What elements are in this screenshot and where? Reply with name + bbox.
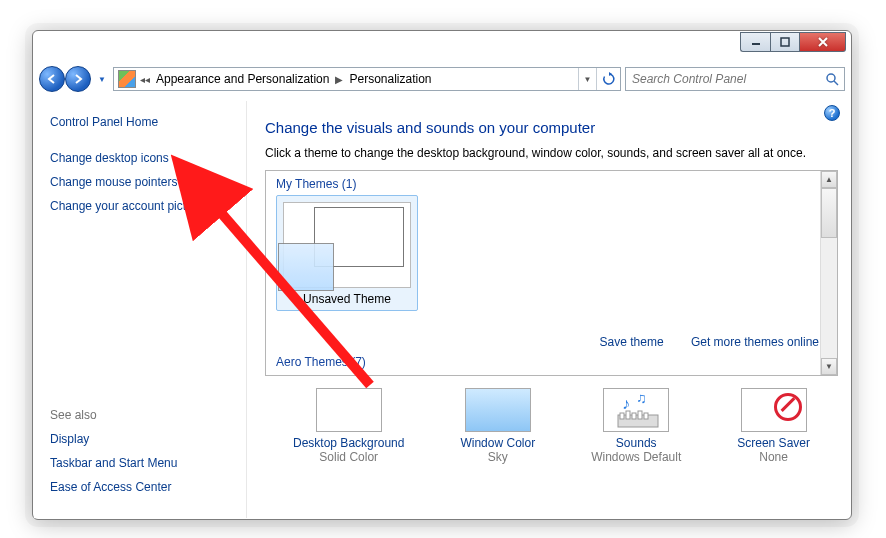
breadcrumb-personalization[interactable]: Personalization xyxy=(345,68,435,90)
sounds-label: Sounds xyxy=(591,436,681,450)
theme-thumbnail xyxy=(283,202,411,288)
theme-unsaved[interactable]: Unsaved Theme xyxy=(276,195,418,311)
help-icon[interactable]: ? xyxy=(824,105,840,121)
svg-rect-8 xyxy=(626,411,630,419)
navigation-bar: ▼ ◂◂ Appearance and Personalization ▶ Pe… xyxy=(39,65,845,93)
back-button[interactable] xyxy=(39,66,65,92)
maximize-button[interactable] xyxy=(770,32,800,52)
themes-scrollbar[interactable]: ▲ ▼ xyxy=(820,171,837,375)
page-heading: Change the visuals and sounds on your co… xyxy=(265,119,838,136)
desktop-background-icon xyxy=(316,388,382,432)
my-themes-label: My Themes (1) xyxy=(276,177,827,191)
breadcrumb-appearance[interactable]: Appearance and Personalization xyxy=(152,68,333,90)
scroll-down-button[interactable]: ▼ xyxy=(821,358,837,375)
sounds-item[interactable]: ♪♫ Sounds Windows Default xyxy=(591,388,681,464)
refresh-button[interactable] xyxy=(596,68,620,90)
breadcrumb-chevron-icon: ▶ xyxy=(333,74,345,85)
task-change-account-picture[interactable]: Change your account picture xyxy=(50,199,234,213)
minimize-button[interactable] xyxy=(740,32,770,52)
nav-history-dropdown[interactable]: ▼ xyxy=(95,68,109,90)
control-panel-icon xyxy=(118,70,136,88)
close-button[interactable] xyxy=(800,32,846,52)
scroll-track[interactable] xyxy=(821,238,837,358)
task-change-desktop-icons[interactable]: Change desktop icons xyxy=(50,151,234,165)
address-dropdown[interactable]: ▼ xyxy=(578,68,596,90)
svg-text:♪: ♪ xyxy=(622,395,630,412)
see-also-taskbar[interactable]: Taskbar and Start Menu xyxy=(50,456,177,470)
window-color-item[interactable]: Window Color Sky xyxy=(460,388,535,464)
search-box[interactable] xyxy=(625,67,845,91)
svg-text:♫: ♫ xyxy=(636,390,647,406)
scroll-up-button[interactable]: ▲ xyxy=(821,171,837,188)
address-bar[interactable]: ◂◂ Appearance and Personalization ▶ Pers… xyxy=(113,67,621,91)
screen-saver-label: Screen Saver xyxy=(737,436,810,450)
theme-name: Unsaved Theme xyxy=(283,292,411,306)
page-subtitle: Click a theme to change the desktop back… xyxy=(265,146,838,160)
forward-button[interactable] xyxy=(65,66,91,92)
screen-saver-icon xyxy=(741,388,807,432)
svg-rect-0 xyxy=(752,43,760,45)
svg-rect-7 xyxy=(620,413,624,419)
see-also-header: See also xyxy=(50,408,177,422)
svg-point-2 xyxy=(827,74,835,82)
scroll-thumb[interactable] xyxy=(821,188,837,238)
control-panel-home-link[interactable]: Control Panel Home xyxy=(50,115,234,129)
aero-themes-label: Aero Themes (7) xyxy=(276,355,366,369)
themes-list: My Themes (1) Unsaved Theme Save theme G… xyxy=(265,170,838,376)
window-controls xyxy=(740,32,846,52)
svg-rect-1 xyxy=(781,38,789,46)
svg-rect-9 xyxy=(632,413,636,419)
task-change-mouse-pointers[interactable]: Change mouse pointers xyxy=(50,175,234,189)
window-color-label: Window Color xyxy=(460,436,535,450)
see-also-ease-of-access[interactable]: Ease of Access Center xyxy=(50,480,177,494)
window-color-value: Sky xyxy=(460,450,535,464)
desktop-background-value: Solid Color xyxy=(293,450,404,464)
screen-saver-item[interactable]: Screen Saver None xyxy=(737,388,810,464)
sounds-icon: ♪♫ xyxy=(603,388,669,432)
breadcrumb-chevron-icon: ◂◂ xyxy=(138,74,152,85)
personalization-window: ▼ ◂◂ Appearance and Personalization ▶ Pe… xyxy=(32,30,852,520)
svg-rect-10 xyxy=(638,411,642,419)
desktop-background-label: Desktop Background xyxy=(293,436,404,450)
search-input[interactable] xyxy=(626,72,820,86)
search-icon[interactable] xyxy=(820,68,844,90)
window-color-icon xyxy=(465,388,531,432)
desktop-background-item[interactable]: Desktop Background Solid Color xyxy=(293,388,404,464)
get-more-themes-link[interactable]: Get more themes online xyxy=(691,335,819,349)
screen-saver-value: None xyxy=(737,450,810,464)
settings-row: Desktop Background Solid Color Window Co… xyxy=(265,388,838,464)
svg-rect-11 xyxy=(644,413,648,419)
sounds-value: Windows Default xyxy=(591,450,681,464)
save-theme-link[interactable]: Save theme xyxy=(600,335,664,349)
see-also-display[interactable]: Display xyxy=(50,432,177,446)
svg-line-3 xyxy=(834,81,838,85)
sidebar: Control Panel Home Change desktop icons … xyxy=(34,101,246,518)
main-content: ? Change the visuals and sounds on your … xyxy=(246,101,850,518)
